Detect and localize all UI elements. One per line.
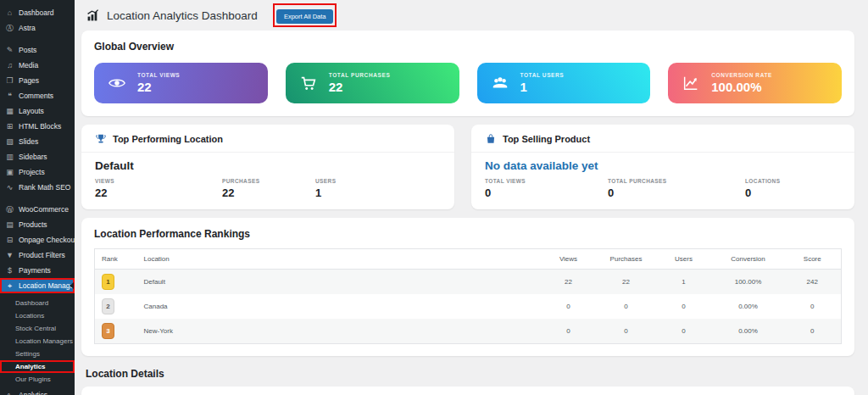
page-title: Location Analytics Dashboard (107, 9, 258, 22)
cell-score: 0 (784, 319, 842, 344)
top-performing-location-card: Top Performing Location Default VIEWS22 … (81, 125, 454, 209)
table-header-row: Rank Location Views Purchases Users Conv… (95, 249, 842, 270)
main-content: Location Analytics Dashboard Export All … (75, 0, 868, 395)
stat-label: LOCATIONS (745, 178, 780, 184)
layouts-icon: ▦ (5, 107, 14, 115)
sidebar-item-media[interactable]: ♫Media (0, 58, 75, 73)
submenu-arrow-icon (66, 282, 74, 289)
sidebar-item-label: Dashboard (19, 8, 54, 17)
cell-users: 0 (655, 319, 713, 344)
cell-users: 0 (655, 294, 713, 319)
sidebar-item-label: Sidebars (19, 153, 47, 161)
submenu-item-analytics[interactable]: Analytics (0, 360, 75, 373)
sidebar-item-location-manager[interactable]: ⌖Location Manage (0, 278, 75, 293)
analytics-icon: ∿ (5, 391, 14, 395)
products-icon: ▤ (5, 220, 14, 229)
export-all-data-button[interactable]: Export All Data (276, 9, 334, 24)
cell-purchases: 22 (598, 270, 655, 295)
annotation-box: Export All Data (273, 3, 337, 27)
top-selling-body: No data available yet TOTAL VIEWS0 TOTAL… (471, 153, 854, 209)
sidebar-item-rank-math-seo[interactable]: ∿Rank Math SEO (0, 180, 75, 195)
sidebar-item-slides[interactable]: ▧Slides (0, 134, 75, 149)
submenu-item-stock-central[interactable]: Stock Central (0, 322, 75, 335)
sidebar-item-woocommerce[interactable]: ⓌWooCommerce (0, 202, 75, 217)
sidebar-item-html-blocks[interactable]: ⊞HTML Blocks (0, 119, 75, 134)
total-views-card: TOTAL VIEWS22 (94, 63, 268, 103)
location-manager-submenu: Dashboard Locations Stock Central Locati… (0, 293, 75, 387)
sidebar-item-layouts[interactable]: ▦Layouts (0, 103, 75, 119)
page-header: Location Analytics Dashboard Export All … (81, 0, 854, 31)
comments-icon: ❝ (5, 92, 14, 100)
sidebar-item-dashboard[interactable]: ⌂Dashboard (0, 5, 75, 20)
sidebar-item-comments[interactable]: ❝Comments (0, 88, 75, 103)
total-users-card: TOTAL USERS1 (477, 63, 651, 103)
stat-value: 1 (315, 186, 336, 199)
submenu-item-locations[interactable]: Locations (0, 309, 75, 322)
stat-label: CONVERSION RATE (711, 72, 772, 78)
sidebar-item-label: Slides (19, 137, 38, 146)
col-rank: Rank (95, 249, 137, 270)
stat-label: TOTAL VIEWS (485, 178, 608, 184)
sidebar-item-label: Payments (19, 266, 51, 275)
pages-icon: ❐ (5, 76, 14, 85)
rank-math-seo-icon: ∿ (5, 183, 14, 192)
submenu-item-dashboard[interactable]: Dashboard (0, 297, 75, 309)
cell-conversion: 0.00% (713, 319, 784, 344)
table-row[interactable]: 3 New-York 0 0 0 0.00% 0 (95, 319, 842, 344)
sidebar-item-label: Comments (19, 92, 53, 100)
sidebar-item-astra[interactable]: ⒶAstra (0, 20, 75, 36)
sidebar-item-analytics[interactable]: ∿Analytics (0, 387, 75, 395)
top-performing-header: Top Performing Location (81, 125, 454, 153)
no-data-message: No data available yet (485, 159, 841, 172)
location-details-card: Canada Export (81, 387, 854, 395)
col-views: Views (540, 249, 598, 270)
posts-icon: ✎ (5, 46, 14, 54)
location-performance-rankings-card: Location Performance Rankings Rank Locat… (81, 218, 854, 356)
top-performing-stats: VIEWS22 PURCHASES22 USERS1 (95, 178, 441, 199)
col-score: Score (784, 249, 842, 270)
sidebar-item-label: WooCommerce (19, 205, 69, 214)
cart-icon (299, 74, 318, 92)
sidebar-item-posts[interactable]: ✎Posts (0, 42, 75, 58)
projects-icon: ▣ (5, 168, 14, 176)
sidebar-item-label: Pages (19, 76, 39, 85)
sidebar-item-label: Media (19, 61, 38, 70)
rankings-table: Rank Location Views Purchases Users Conv… (94, 248, 842, 344)
table-row[interactable]: 2 Canada 0 0 0 0.00% 0 (95, 294, 842, 319)
screen: ⌂Dashboard ⒶAstra ✎Posts ♫Media ❐Pages ❝… (0, 0, 868, 395)
cell-score: 242 (784, 270, 842, 295)
sidebar-item-products[interactable]: ▤Products (0, 217, 75, 232)
sidebar-item-onpage-checkout[interactable]: ⊟Onpage Checkout (0, 232, 75, 248)
astra-icon: Ⓐ (5, 23, 14, 34)
rank-badge: 1 (102, 274, 114, 290)
cell-conversion: 100.00% (713, 270, 784, 295)
trophy-icon (95, 133, 107, 145)
stat-value: 1 (520, 80, 565, 94)
rankings-title: Location Performance Rankings (94, 228, 842, 240)
top-performing-body: Default VIEWS22 PURCHASES22 USERS1 (81, 153, 454, 209)
cell-purchases: 0 (598, 319, 655, 344)
stat-label: TOTAL VIEWS (137, 72, 180, 78)
sidebar-item-product-filters[interactable]: ▼Product Filters (0, 248, 75, 263)
sidebar-item-sidebars[interactable]: ▥Sidebars (0, 149, 75, 164)
table-row[interactable]: 1 Default 22 22 1 100.00% 242 (95, 270, 842, 295)
submenu-item-location-managers[interactable]: Location Managers (0, 335, 75, 348)
cell-users: 1 (655, 270, 713, 295)
views-stat: VIEWS22 (95, 178, 222, 199)
stat-label: TOTAL PURCHASES (329, 72, 391, 78)
sidebar-item-label: Analytics (19, 391, 47, 395)
stat-value: 22 (329, 80, 391, 94)
stat-label: USERS (315, 178, 336, 184)
top-location-name: Default (95, 159, 441, 172)
html-blocks-icon: ⊞ (5, 122, 14, 131)
sidebar-item-pages[interactable]: ❐Pages (0, 73, 75, 88)
stat-value: 0 (608, 186, 745, 199)
total-views-stat: TOTAL VIEWS0 (485, 178, 608, 199)
submenu-item-our-plugins[interactable]: Our Plugins (0, 373, 75, 386)
users-icon (491, 74, 509, 92)
sidebar-item-projects[interactable]: ▣Projects (0, 164, 75, 180)
sidebar-item-payments[interactable]: $Payments (0, 263, 75, 278)
submenu-item-settings[interactable]: Settings (0, 348, 75, 360)
purchases-stat: PURCHASES22 (222, 178, 315, 199)
cell-purchases: 0 (598, 294, 655, 319)
